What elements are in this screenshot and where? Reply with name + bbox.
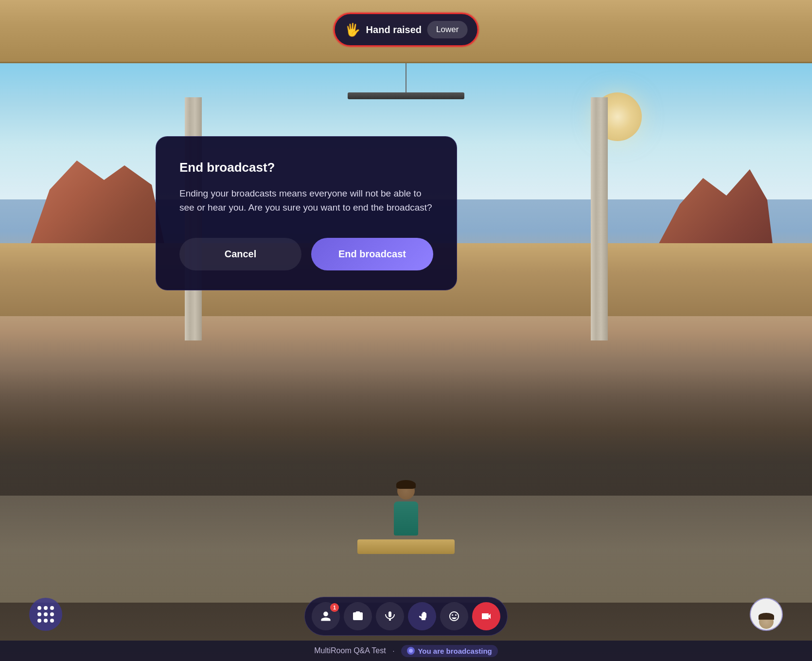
bench — [357, 539, 455, 554]
dialog-title: End broadcast? — [179, 160, 433, 175]
people-badge: 1 — [330, 603, 339, 612]
hand-raise-button[interactable] — [408, 602, 436, 630]
menu-dot — [37, 606, 41, 610]
emoji-icon — [448, 610, 460, 622]
separator: · — [391, 647, 397, 655]
menu-dot — [50, 619, 54, 623]
camera-button[interactable] — [344, 602, 372, 630]
broadcast-button[interactable] — [472, 602, 500, 630]
dialog-modal: End broadcast? Ending your broadcasts me… — [156, 136, 457, 290]
avatar-area — [377, 466, 435, 554]
bottom-status-bar: MultiRoom Q&A Test · You are broadcastin… — [0, 641, 812, 661]
emoji-button[interactable] — [440, 602, 468, 630]
avatar-torso — [394, 501, 418, 536]
hand-emoji: 🖐 — [345, 22, 360, 37]
broadcasting-text: You are broadcasting — [418, 647, 492, 655]
broadcast-icon — [480, 610, 492, 622]
toolbar-container: 1 — [304, 597, 508, 636]
lower-button[interactable]: Lower — [427, 21, 467, 38]
broadcasting-status: You are broadcasting — [401, 645, 497, 657]
menu-dot — [44, 619, 48, 623]
menu-dot — [37, 619, 41, 623]
dialog-buttons: Cancel End broadcast — [179, 238, 433, 270]
avatar-head — [397, 482, 415, 500]
user-avatar-button[interactable] — [750, 598, 783, 631]
hand-raised-text: Hand raised — [366, 24, 422, 36]
menu-button[interactable] — [29, 598, 62, 631]
broadcast-indicator — [407, 647, 415, 655]
rock-right — [656, 161, 773, 248]
user-avatar — [759, 614, 774, 629]
avatar-hair-btn — [759, 613, 774, 620]
people-button[interactable]: 1 — [312, 602, 340, 630]
menu-dot — [44, 606, 48, 610]
room-name: MultiRoom Q&A Test — [314, 646, 386, 655]
avatar-hair — [396, 480, 416, 489]
dialog-body: Ending your broadcasts means everyone wi… — [179, 187, 433, 214]
cancel-button[interactable]: Cancel — [179, 238, 301, 270]
menu-grid — [37, 606, 54, 623]
light-bar — [348, 92, 464, 99]
hand-raised-notification: 🖐 Hand raised Lower — [334, 13, 479, 47]
mic-icon — [384, 610, 396, 622]
menu-dot — [44, 612, 48, 616]
menu-dot — [37, 612, 41, 616]
broadcast-dot-inner — [409, 649, 413, 653]
mic-button[interactable] — [376, 602, 404, 630]
light-wire — [406, 63, 406, 92]
menu-dot — [50, 612, 54, 616]
avatar-body — [389, 482, 423, 540]
end-broadcast-button[interactable]: End broadcast — [311, 238, 433, 270]
menu-dot — [50, 606, 54, 610]
pillar-right — [591, 97, 608, 340]
people-icon — [320, 610, 332, 622]
light-fixture — [348, 63, 464, 99]
hand-raise-icon — [416, 610, 428, 622]
camera-icon — [352, 610, 364, 622]
rock-left — [29, 151, 165, 248]
